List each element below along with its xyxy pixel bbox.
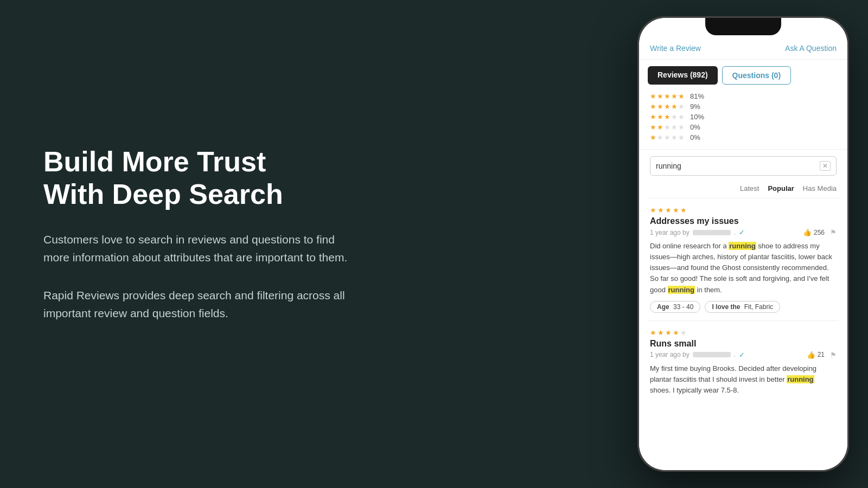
search-input[interactable] — [656, 162, 820, 170]
app-nav: Write a Review Ask A Question — [639, 40, 847, 60]
review-2-stars: ★ ★ ★ ★ ★ — [650, 329, 837, 337]
flag-icon-2: ⚑ — [830, 351, 837, 359]
thumbs-up-icon: 👍 — [803, 228, 812, 236]
headline-line1: Build More Trust — [43, 146, 266, 177]
pct-3: 10% — [690, 113, 704, 121]
rating-row-2: ★ ★ ★ ★ ★ 0% — [650, 123, 837, 131]
review-2-date: 1 year ago by — [650, 351, 690, 358]
left-section: Build More Trust With Deep Search Custom… — [0, 102, 618, 386]
phone-side-power-button — [637, 126, 639, 164]
tag-love-label: I love the — [712, 303, 740, 311]
ask-question-link[interactable]: Ask A Question — [785, 44, 837, 53]
stars-3: ★ ★ ★ ★ ★ — [650, 113, 685, 121]
search-box: ✕ — [650, 156, 837, 176]
review-1-likes: 👍 256 ⚑ — [803, 228, 837, 236]
right-section: Write a Review Ask A Question Reviews (8… — [618, 0, 868, 488]
review-1-dot: . — [734, 229, 736, 236]
stars-2: ★ ★ ★ ★ ★ — [650, 123, 685, 131]
headline-line2: With Deep Search — [43, 178, 283, 210]
tag-love-value: Fit, Fabric — [744, 303, 773, 311]
search-clear-button[interactable]: ✕ — [820, 161, 831, 171]
thumbs-up-icon-2: 👍 — [807, 351, 815, 359]
pct-2: 0% — [690, 123, 700, 131]
phone-vol-up-button — [848, 115, 849, 143]
review-2-text-after: shoes. I typically wear 7.5-8. — [650, 386, 739, 394]
rating-section: ★ ★ ★ ★ ★ 81% ★ ★ ★ ★ — [639, 85, 847, 150]
stars-4: ★ ★ ★ ★ ★ — [650, 102, 685, 111]
screen-content: Write a Review Ask A Question Reviews (8… — [639, 18, 847, 470]
review-tabs: Reviews (892) Questions (0) — [639, 60, 847, 85]
phone-notch — [705, 18, 781, 35]
review-2-meta: 1 year ago by . ✓ 👍 21 ⚑ — [650, 351, 837, 359]
write-review-link[interactable]: Write a Review — [650, 44, 701, 53]
flag-icon: ⚑ — [830, 228, 837, 236]
stars-1: ★ ★ ★ ★ ★ — [650, 133, 685, 142]
body-paragraph-2: Rapid Reviews provides deep search and f… — [43, 286, 358, 323]
headline: Build More Trust With Deep Search — [43, 146, 575, 211]
tab-questions[interactable]: Questions (0) — [722, 66, 791, 85]
review-1-highlight-2: running — [668, 286, 695, 294]
rating-row-3: ★ ★ ★ ★ ★ 10% — [650, 113, 837, 121]
review-1-author — [693, 230, 731, 235]
star-2: ★ — [657, 92, 663, 100]
review-1-text: Did online research for a running shoe t… — [650, 241, 837, 296]
star-1: ★ — [650, 92, 656, 100]
review-1-like-count: 256 — [814, 229, 825, 236]
verified-icon: ✓ — [739, 228, 745, 236]
review-1-text-before: Did online research for a — [650, 242, 729, 250]
pct-1: 0% — [690, 133, 700, 142]
filter-tabs: Latest Popular Has Media — [639, 182, 847, 198]
review-card-1: ★ ★ ★ ★ ★ Addresses my issues 1 year ago… — [648, 198, 839, 320]
review-1-meta: 1 year ago by . ✓ 👍 256 ⚑ — [650, 228, 837, 236]
body-paragraph-1: Customers love to search in reviews and … — [43, 230, 358, 267]
review-1-stars: ★ ★ ★ ★ ★ — [650, 206, 837, 214]
filter-has-media[interactable]: Has Media — [803, 184, 837, 192]
star-5: ★ — [678, 92, 685, 100]
star-4: ★ — [671, 92, 678, 100]
tag-age-label: Age — [657, 303, 669, 311]
pct-5: 81% — [690, 92, 704, 100]
star-3: ★ — [664, 92, 671, 100]
verified-icon-2: ✓ — [739, 351, 745, 359]
filter-popular[interactable]: Popular — [768, 184, 794, 192]
rating-row-5: ★ ★ ★ ★ ★ 81% — [650, 92, 837, 100]
reviews-list: ★ ★ ★ ★ ★ Addresses my issues 1 year ago… — [639, 198, 847, 409]
phone-vol-down-button — [848, 148, 849, 175]
review-card-2: ★ ★ ★ ★ ★ Runs small 1 year ago by . ✓ — [648, 320, 839, 409]
review-2-author — [693, 352, 731, 357]
review-2-title: Runs small — [650, 339, 837, 349]
review-1-tags: Age 33 - 40 I love the Fit, Fabric — [650, 301, 837, 313]
review-2-text: My first time buying Brooks. Decided aft… — [650, 363, 837, 396]
review-2-like-count: 21 — [818, 351, 825, 358]
tab-reviews[interactable]: Reviews (892) — [648, 66, 718, 85]
stars-5: ★ ★ ★ ★ ★ — [650, 92, 685, 100]
tag-age-value: 33 - 40 — [673, 303, 693, 311]
review-1-title: Addresses my issues — [650, 216, 837, 226]
review-2-likes: 👍 21 ⚑ — [807, 351, 837, 359]
pct-4: 9% — [690, 102, 700, 111]
phone-screen: Write a Review Ask A Question Reviews (8… — [639, 18, 847, 470]
phone-mockup: Write a Review Ask A Question Reviews (8… — [637, 16, 849, 472]
rating-row-1: ★ ★ ★ ★ ★ 0% — [650, 133, 837, 142]
tag-love: I love the Fit, Fabric — [705, 301, 780, 313]
review-2-highlight: running — [787, 375, 814, 383]
filter-latest[interactable]: Latest — [740, 184, 759, 192]
review-1-date: 1 year ago by — [650, 229, 690, 236]
review-1-text-end: in them. — [695, 286, 722, 294]
tag-age: Age 33 - 40 — [650, 301, 700, 313]
rating-row-4: ★ ★ ★ ★ ★ 9% — [650, 102, 837, 111]
review-2-dot: . — [734, 351, 736, 358]
review-1-highlight-1: running — [729, 242, 756, 250]
